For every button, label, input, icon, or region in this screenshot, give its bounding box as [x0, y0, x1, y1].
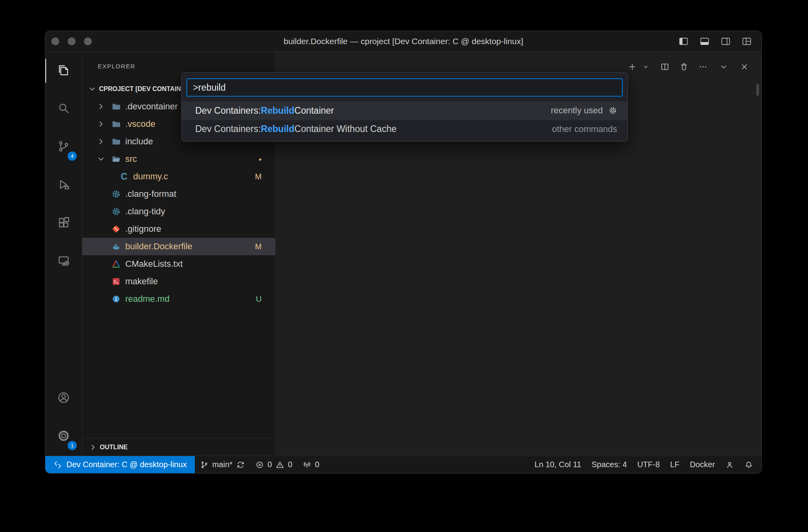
- warnings-icon: [276, 460, 284, 469]
- docker-icon: [111, 242, 121, 251]
- tree-item-builder-dockerfile[interactable]: builder.Dockerfile M: [82, 238, 275, 255]
- git-untracked-badge: U: [256, 295, 275, 304]
- zoom-window-button[interactable]: [84, 37, 92, 45]
- radio-tower-icon: [303, 460, 311, 469]
- sync-icon: [236, 460, 245, 469]
- close-panel-icon[interactable]: [739, 62, 750, 72]
- git-branch-status[interactable]: main*: [195, 456, 250, 473]
- git-modified-badge: M: [255, 172, 275, 181]
- activity-run-debug[interactable]: [45, 166, 82, 204]
- tree-item-clang-tidy[interactable]: .clang-tidy: [82, 203, 275, 220]
- command-palette: Dev Containers: Rebuild Container recent…: [181, 72, 628, 142]
- hide-panel-chevron-icon[interactable]: [719, 62, 729, 72]
- language-mode[interactable]: Docker: [685, 456, 720, 473]
- chevron-down-icon: [88, 85, 97, 93]
- person-icon: [725, 460, 734, 469]
- c-language-icon: C: [119, 172, 129, 181]
- files-icon: [57, 63, 70, 78]
- cmake-icon: [111, 259, 121, 269]
- editor-scrollbar[interactable]: [756, 84, 759, 96]
- toggle-primary-sidebar-icon[interactable]: [678, 36, 689, 48]
- activity-accounts[interactable]: [45, 379, 82, 417]
- remote-icon: [53, 460, 62, 469]
- minimize-window-button[interactable]: [68, 37, 76, 45]
- branch-icon: [200, 460, 209, 469]
- group-label-other-commands: other commands: [552, 124, 617, 134]
- chevron-right-icon: [89, 443, 97, 452]
- indentation-setting[interactable]: Spaces: 4: [587, 456, 632, 473]
- activity-explorer[interactable]: [45, 52, 82, 90]
- encoding-setting[interactable]: UTF-8: [632, 456, 665, 473]
- feedback-button[interactable]: [720, 456, 739, 473]
- extensions-icon: [57, 216, 70, 231]
- chevron-right-icon[interactable]: [97, 137, 109, 146]
- cursor-position[interactable]: Ln 10, Col 11: [529, 456, 587, 473]
- folder-icon: [111, 119, 121, 129]
- file-tree: .devcontainer .vscode ● include src: [82, 98, 275, 438]
- tree-item-readme[interactable]: readme.md U: [82, 290, 275, 308]
- info-icon: [111, 294, 121, 304]
- kill-terminal-trash-icon[interactable]: [679, 62, 689, 72]
- ports-status[interactable]: 0: [297, 456, 324, 473]
- remote-explorer-icon: [57, 254, 70, 269]
- title-bar: builder.Dockerfile — cproject [Dev Conta…: [45, 31, 761, 52]
- command-item-rebuild-container-without-cache[interactable]: Dev Containers: Rebuild Container Withou…: [182, 120, 627, 138]
- split-terminal-icon[interactable]: [660, 62, 670, 72]
- tree-item-src[interactable]: src ●: [82, 150, 275, 168]
- close-window-button[interactable]: [51, 37, 59, 45]
- folder-icon: [111, 102, 121, 111]
- source-control-icon: [57, 140, 70, 155]
- account-icon: [57, 391, 70, 406]
- customize-layout-icon[interactable]: [742, 36, 752, 48]
- folder-open-icon: [111, 154, 121, 164]
- eol-setting[interactable]: LF: [665, 456, 684, 473]
- panel-toolbar: [627, 62, 750, 72]
- makefile-icon: [111, 277, 121, 286]
- outline-section-header[interactable]: OUTLINE: [82, 438, 275, 456]
- command-item-rebuild-container[interactable]: Dev Containers: Rebuild Container recent…: [182, 101, 627, 120]
- tree-item-dummy-c[interactable]: C dummy.c M: [82, 168, 275, 185]
- remote-indicator[interactable]: Dev Container: C @ desktop-linux: [45, 456, 195, 473]
- settings-gear-file-icon: [111, 207, 121, 216]
- tree-item-cmakelists[interactable]: CMakeLists.txt: [82, 255, 275, 273]
- toggle-panel-icon[interactable]: [699, 36, 710, 48]
- window-title: builder.Dockerfile — cproject [Dev Conta…: [125, 31, 682, 52]
- activity-bar: 4: [45, 52, 82, 456]
- folder-icon: [111, 137, 121, 146]
- configure-keybinding-gear-icon[interactable]: [608, 106, 617, 115]
- settings-badge: 1: [68, 441, 77, 450]
- more-actions-icon[interactable]: [698, 62, 708, 72]
- run-debug-icon: [57, 178, 70, 193]
- settings-gear-file-icon: [111, 189, 121, 199]
- command-palette-input[interactable]: [187, 79, 622, 96]
- activity-extensions[interactable]: [45, 204, 82, 243]
- git-icon: [111, 224, 121, 234]
- bell-icon: [744, 460, 753, 469]
- activity-source-control[interactable]: 4: [45, 128, 82, 166]
- activity-settings[interactable]: 1: [45, 417, 82, 456]
- traffic-lights: [51, 37, 92, 45]
- group-label-recently-used: recently used: [551, 105, 603, 116]
- problems-status[interactable]: 0 0: [250, 456, 297, 473]
- chevron-right-icon[interactable]: [97, 102, 109, 111]
- chevron-right-icon[interactable]: [97, 120, 109, 128]
- tree-item-makefile[interactable]: makefile: [82, 273, 275, 290]
- search-icon: [57, 101, 70, 116]
- errors-icon: [255, 460, 264, 469]
- toggle-secondary-sidebar-icon[interactable]: [721, 36, 731, 48]
- modified-dot-indicator: ●: [258, 156, 275, 162]
- status-bar: Dev Container: C @ desktop-linux main* 0…: [45, 456, 761, 473]
- vscode-window: builder.Dockerfile — cproject [Dev Conta…: [45, 31, 761, 473]
- source-control-badge: 4: [68, 151, 77, 161]
- chevron-down-icon[interactable]: [97, 155, 109, 163]
- new-terminal-icon[interactable]: [627, 62, 637, 72]
- activity-search[interactable]: [45, 90, 82, 128]
- tree-item-clang-format[interactable]: .clang-format: [82, 185, 275, 203]
- tree-item-gitignore[interactable]: .gitignore: [82, 220, 275, 238]
- activity-remote-explorer[interactable]: [45, 243, 82, 281]
- terminal-profile-chevron-icon[interactable]: [641, 62, 651, 72]
- notifications-button[interactable]: [739, 456, 758, 473]
- git-modified-badge: M: [255, 242, 275, 251]
- gear-icon: [57, 429, 70, 444]
